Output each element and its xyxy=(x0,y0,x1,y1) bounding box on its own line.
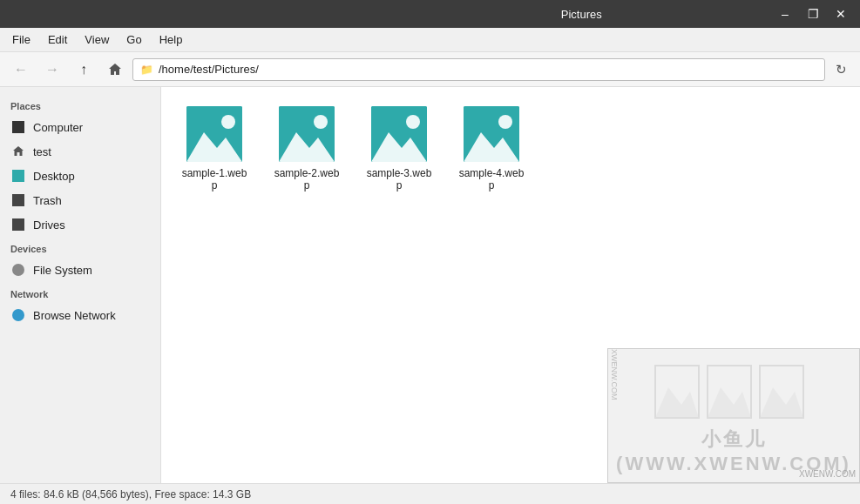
file-thumbnail xyxy=(186,106,242,162)
devices-header: Devices xyxy=(0,237,160,258)
home-icon xyxy=(10,144,26,159)
home-button[interactable] xyxy=(101,57,129,83)
file-name: sample-1.webp xyxy=(180,167,248,192)
menu-edit[interactable]: Edit xyxy=(39,30,76,50)
menubar: File Edit View Go Help xyxy=(0,28,860,52)
main-area: Places Computer test Desktop xyxy=(0,87,860,483)
drives-icon xyxy=(10,217,26,232)
svg-point-2 xyxy=(221,115,235,129)
window-title: Pictures xyxy=(390,8,774,21)
titlebar: Pictures – ❐ ✕ xyxy=(0,0,860,28)
sidebar-label-desktop: Desktop xyxy=(33,170,75,183)
maximize-button[interactable]: ❐ xyxy=(801,4,825,24)
file-name: sample-3.webp xyxy=(365,167,433,192)
sidebar-item-desktop[interactable]: Desktop xyxy=(0,164,160,188)
toolbar: ← → ↑ 📁 /home/test/Pictures/ ↻ xyxy=(0,52,860,87)
window-controls: – ❐ ✕ xyxy=(773,4,853,24)
computer-icon xyxy=(10,119,26,135)
svg-marker-15 xyxy=(655,387,699,418)
places-header: Places xyxy=(0,94,160,115)
sidebar-label-test: test xyxy=(33,145,51,158)
svg-point-11 xyxy=(498,115,512,129)
file-name: sample-4.webp xyxy=(457,167,525,192)
network-header: Network xyxy=(0,282,160,303)
file-item[interactable]: sample-4.webp xyxy=(452,101,531,197)
sidebar-item-test[interactable]: test xyxy=(0,139,160,164)
file-thumbnail xyxy=(464,106,519,162)
desktop-icon xyxy=(10,168,26,184)
sidebar-item-drives[interactable]: Drives xyxy=(0,212,160,237)
watermark-overlay: XWENW.COM 小鱼儿 (WWW.XWENW.COM) XWENW.COM xyxy=(607,348,860,483)
file-thumbnail xyxy=(279,106,335,162)
statusbar: 4 files: 84.6 kB (84,566 bytes), Free sp… xyxy=(0,483,860,504)
sidebar: Places Computer test Desktop xyxy=(0,87,161,483)
sidebar-label-browse-network: Browse Network xyxy=(33,309,116,322)
sidebar-item-trash[interactable]: Trash xyxy=(0,188,160,212)
svg-marker-17 xyxy=(760,387,803,418)
menu-go[interactable]: Go xyxy=(118,30,150,50)
watermark-side-text: XWENW.COM xyxy=(610,349,619,482)
menu-help[interactable]: Help xyxy=(151,30,192,50)
forward-button[interactable]: → xyxy=(38,57,66,83)
back-button[interactable]: ← xyxy=(7,57,35,83)
location-bar[interactable]: 📁 /home/test/Pictures/ xyxy=(132,58,825,81)
status-text: 4 files: 84.6 kB (84,566 bytes), Free sp… xyxy=(10,488,251,501)
minimize-button[interactable]: – xyxy=(773,4,797,24)
file-item[interactable]: sample-3.webp xyxy=(360,101,438,197)
watermark-url: XWENW.COM xyxy=(799,469,856,479)
sidebar-item-computer[interactable]: Computer xyxy=(0,115,160,139)
sidebar-label-drives: Drives xyxy=(33,218,65,232)
watermark-text: 小鱼儿 (WWW.XWENW.COM) xyxy=(608,427,859,475)
file-item[interactable]: sample-1.webp xyxy=(175,101,254,197)
sidebar-item-filesystem[interactable]: File System xyxy=(0,258,160,282)
svg-point-8 xyxy=(406,115,420,129)
up-button[interactable]: ↑ xyxy=(70,57,98,83)
svg-point-5 xyxy=(314,115,328,129)
refresh-button[interactable]: ↻ xyxy=(829,57,853,82)
network-icon xyxy=(10,307,26,323)
trash-icon xyxy=(10,192,26,208)
filesystem-icon xyxy=(10,262,26,278)
close-button[interactable]: ✕ xyxy=(829,4,853,24)
watermark-inner: XWENW.COM 小鱼儿 (WWW.XWENW.COM) XWENW.COM xyxy=(608,349,859,482)
menu-file[interactable]: File xyxy=(3,30,39,50)
sidebar-item-browse-network[interactable]: Browse Network xyxy=(0,303,160,327)
file-thumbnail xyxy=(371,106,427,162)
file-area: sample-1.webp sample-2.webp xyxy=(161,87,860,483)
sidebar-label-filesystem: File System xyxy=(33,264,92,277)
location-path: /home/test/Pictures/ xyxy=(159,63,259,76)
file-item[interactable]: sample-2.webp xyxy=(267,101,346,197)
menu-view[interactable]: View xyxy=(76,30,118,50)
sidebar-label-computer: Computer xyxy=(33,121,83,134)
svg-marker-16 xyxy=(708,387,751,418)
location-icon: 📁 xyxy=(140,64,153,76)
file-name: sample-2.webp xyxy=(273,167,341,192)
sidebar-label-trash: Trash xyxy=(33,194,62,207)
